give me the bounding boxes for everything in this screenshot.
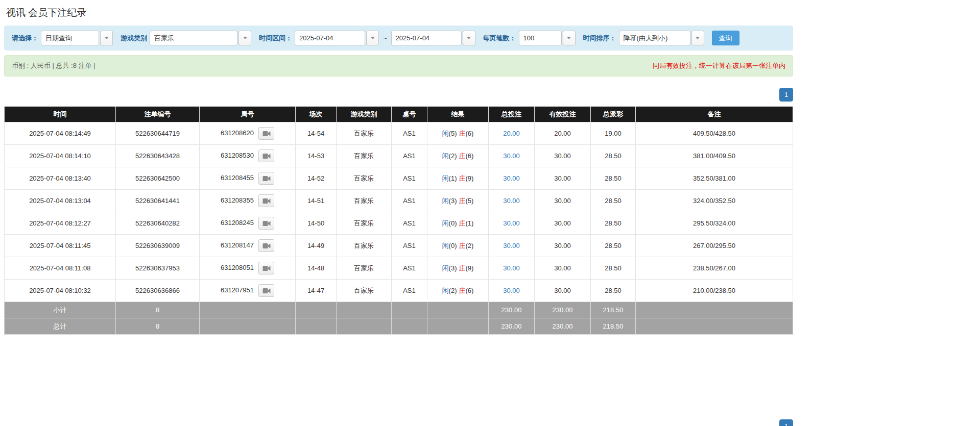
result-player-score: (3) (449, 197, 457, 205)
table-no-cell: AS1 (392, 190, 427, 212)
table-header-row: 时间 注单编号 局号 场次 游戏类别 桌号 结果 总投注 有效投注 总派彩 备注 (5, 107, 793, 122)
valid-bet-cell: 30.00 (535, 190, 591, 212)
date-from-input[interactable] (295, 31, 365, 45)
filter-label-select: 请选择： (12, 34, 38, 43)
result-player: 闲 (442, 242, 449, 249)
page-button-1[interactable]: 1 (779, 419, 793, 426)
result-banker-score: (6) (466, 130, 474, 137)
result-cell: 闲(2)庄(6) (427, 145, 489, 167)
total-bet-link[interactable]: 30.00 (503, 287, 520, 294)
total-bet-link[interactable]: 30.00 (503, 264, 520, 272)
chevron-down-icon (371, 37, 375, 39)
total-bet-cell: 30.00 (489, 235, 535, 257)
session-cell: 14-51 (296, 190, 337, 212)
filter-label-sort: 时间排序： (583, 34, 616, 43)
session-cell: 14-47 (296, 280, 337, 302)
column-header-total-bet: 总投注 (489, 107, 535, 122)
bet-id-cell: 522630642500 (116, 167, 200, 190)
date-type-dropdown-button[interactable] (100, 31, 113, 45)
pagination-top: 1 (4, 88, 793, 102)
remark-cell: 324.00/352.50 (636, 190, 793, 212)
bet-id-cell: 522630637953 (116, 257, 200, 280)
video-button[interactable] (258, 172, 274, 185)
video-button[interactable] (258, 239, 274, 252)
game-type-dropdown-button[interactable] (238, 31, 251, 45)
total-bet-link[interactable]: 30.00 (503, 174, 520, 182)
filter-label-game-type: 游戏类别 (121, 34, 147, 43)
date-to-dropdown-button[interactable] (463, 31, 475, 45)
column-header-valid-bet: 有效投注 (535, 107, 591, 122)
result-banker-score: (2) (466, 242, 474, 249)
pagination-bottom: 1 (4, 419, 793, 426)
result-banker: 庄 (459, 197, 466, 205)
game-type-cell: 百家乐 (337, 280, 392, 302)
round-id: 631208245 (221, 219, 254, 227)
date-to-combo (391, 31, 475, 45)
round-cell: 631208455 (200, 167, 296, 190)
page-size-combo (519, 31, 576, 45)
session-cell: 14-53 (296, 145, 337, 167)
game-type-input[interactable] (150, 31, 237, 45)
currency-summary-text: 币别 : 人民币 | 总共 :8 注单 | (12, 61, 95, 70)
total-row: 总计 8 230.00 230.00 218.50 (5, 318, 793, 335)
bets-table: 时间 注单编号 局号 场次 游戏类别 桌号 结果 总投注 有效投注 总派彩 备注… (4, 106, 793, 335)
chevron-down-icon (105, 37, 109, 39)
total-bet-link[interactable]: 30.00 (503, 219, 520, 227)
video-button[interactable] (258, 262, 274, 274)
total-bet-link[interactable]: 20.00 (503, 130, 520, 137)
valid-bet-cell: 30.00 (535, 145, 591, 167)
video-button[interactable] (258, 217, 274, 230)
sort-dropdown-button[interactable] (691, 31, 704, 45)
date-to-input[interactable] (391, 31, 462, 45)
table-no-cell: AS1 (392, 145, 427, 167)
session-cell: 14-54 (296, 122, 337, 145)
sort-input[interactable] (619, 31, 690, 45)
column-header-table-no: 桌号 (392, 107, 427, 122)
date-type-combo (41, 31, 113, 45)
bet-id-cell: 522630640282 (116, 212, 200, 235)
page-size-dropdown-button[interactable] (563, 31, 576, 45)
payout-cell: 28.50 (591, 145, 636, 167)
total-valid-bet: 230.00 (535, 318, 591, 335)
sort-combo (619, 31, 704, 45)
column-header-game-type: 游戏类别 (337, 107, 392, 122)
round-cell: 631208620 (200, 122, 296, 145)
video-button[interactable] (258, 284, 274, 297)
time-cell: 2025-07-04 08:14:49 (5, 122, 116, 145)
video-button[interactable] (258, 127, 274, 140)
video-icon (262, 198, 271, 204)
page-size-input[interactable] (519, 31, 562, 45)
video-icon (262, 288, 271, 294)
round-cell: 631207951 (200, 280, 296, 302)
video-button[interactable] (258, 149, 274, 162)
total-bet-link[interactable]: 30.00 (503, 242, 520, 249)
remark-cell: 238.50/267.00 (636, 257, 793, 280)
video-button[interactable] (258, 194, 274, 207)
table-no-cell: AS1 (392, 280, 427, 302)
total-bet-cell: 30.00 (489, 280, 535, 302)
result-banker-score: (9) (466, 174, 474, 182)
subtotal-payout: 218.50 (591, 302, 636, 318)
result-player: 闲 (442, 264, 449, 272)
game-type-cell: 百家乐 (337, 190, 392, 212)
table-row: 2025-07-04 08:11:08 522630637953 6312080… (5, 257, 793, 280)
valid-bet-cell: 30.00 (535, 257, 591, 280)
date-type-input[interactable] (41, 31, 99, 45)
payout-cell: 28.50 (591, 280, 636, 302)
result-cell: 闲(5)庄(6) (427, 122, 489, 145)
total-bet-link[interactable]: 30.00 (503, 152, 520, 160)
chevron-down-icon (243, 37, 247, 39)
result-player-score: (1) (449, 174, 457, 182)
date-from-dropdown-button[interactable] (366, 31, 379, 45)
page-button-1[interactable]: 1 (779, 88, 793, 102)
valid-bet-cell: 30.00 (535, 235, 591, 257)
total-bet-link[interactable]: 30.00 (503, 197, 520, 205)
video-icon (262, 153, 271, 159)
result-banker-score: (9) (466, 264, 474, 272)
round-id: 631208051 (221, 264, 254, 271)
column-header-round-id: 局号 (200, 107, 296, 122)
round-cell: 631208355 (200, 190, 296, 212)
table-no-cell: AS1 (392, 212, 427, 235)
video-icon (262, 176, 271, 182)
search-button[interactable]: 查询 (712, 31, 739, 45)
